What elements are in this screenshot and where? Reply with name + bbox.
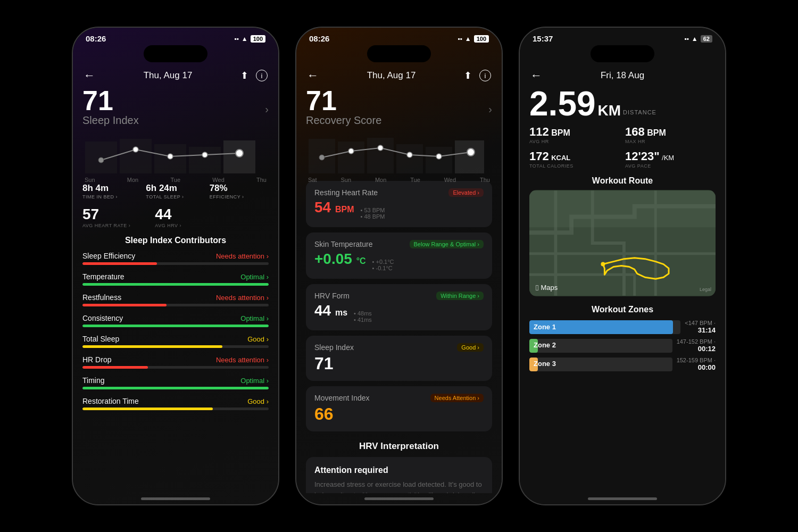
card-skin-temp-title: Skin Temperature [314,240,372,248]
contributor-restfulness[interactable]: Restfulness Needs attention › [82,293,269,306]
contributor-status-6: Optimal › [240,377,269,385]
phone-1: 08:26 ▪▪ ▲ 100 ← Thu, Aug 17 ⬆ i 71 [72,27,279,505]
workout-dist-num: 2.59 [529,87,596,121]
zone-3-info: 152-159 BPM · 00:00 [677,357,716,371]
contributor-timing[interactable]: Timing Optimal › [82,376,269,389]
svg-point-18 [378,145,383,151]
upload-icon-2[interactable]: ⬆ [464,70,472,81]
hrv-section-title: HRV Interpretation [306,441,492,452]
svg-rect-11 [338,142,364,173]
status-icons-1: ▪▪ ▲ 100 [234,35,265,43]
maps-text: Maps [541,284,558,292]
zone-1-info: <147 BPM · 31:14 [685,320,716,334]
contributor-consistency[interactable]: Consistency Optimal › [82,314,269,327]
back-button-3[interactable]: ← [530,69,542,82]
contributor-status-1: Optimal › [240,273,269,281]
stat-time-in-bed[interactable]: 8h 4m TIME IN BED › [82,183,142,200]
workout-max-hr-label: MAX HR [625,139,716,144]
recovery-score-value: 71 [306,87,381,114]
status-bar-1: 08:26 ▪▪ ▲ 100 [73,28,278,45]
zone-2-time: 00:12 [677,345,716,353]
back-button-1[interactable]: ← [84,69,95,82]
workout-calories-label: TOTAL CALORIES [529,163,620,169]
score-chevron[interactable]: › [265,103,269,115]
zone-2-info: 147-152 BPM · 00:12 [677,338,716,353]
chart-day-sun: Sun [85,177,95,183]
card-hrv-form-title: HRV Form [314,292,350,300]
workout-avg-hr-label: AVG HR [529,139,620,144]
zone-1-time: 31:14 [685,326,716,334]
workout-avg-hr-unit: BPM [551,128,570,137]
wifi-icon-3: ▲ [692,35,698,43]
chart-labels-2: Sat Sun Mon Tue Wed Thu [306,177,492,183]
card-hrv-form[interactable]: HRV Form Within Range › 44 ms • 48ms • 4… [306,284,492,330]
info-icon-2[interactable]: i [479,70,491,81]
wifi-icon-2: ▲ [465,35,471,43]
recovery-chart: Sat Sun Mon Tue Wed Thu [306,136,492,179]
zone-row-1: Zone 1 <147 BPM · 31:14 [529,320,716,334]
contributor-temperature[interactable]: Temperature Optimal › [82,272,269,286]
contributor-sleep-efficiency[interactable]: Sleep Efficiency Needs attention › [82,252,269,265]
stat-total-sleep-label: TOTAL SLEEP › [146,194,205,200]
card-movement-index[interactable]: Movement Index Needs Attention › 66 [306,386,492,431]
recovery-chevron[interactable]: › [488,103,492,115]
hrv-attention-title: Attention required [314,466,484,475]
card-hrv-form-value: 44 ms [314,302,347,319]
status-bar-2: 08:26 ▪▪ ▲ 100 [296,28,502,45]
recovery-chart-svg [306,136,492,173]
signal-icon: ▪▪ [234,35,239,43]
stat-avg-hrv[interactable]: 44 AVG HRV › [155,206,181,228]
card-resting-hr-value: 54 BPM [314,199,354,216]
contributor-status-7: Good › [247,397,269,405]
chart-day-wed: Wed [212,177,224,183]
dynamic-island-2 [367,45,431,62]
stat-efficiency[interactable]: 78% EFFICIENCY › [210,183,269,200]
card-resting-hr[interactable]: Resting Heart Rate Elevated › 54 BPM • 5… [306,181,492,227]
nav-header-2: ← Thu, Aug 17 ⬆ i [296,62,502,87]
status-icons-3: ▪▪ ▲ 62 [684,35,712,43]
stat-avg-hr-value: 57 [82,206,130,223]
svg-point-6 [133,147,138,152]
contributor-hr-drop[interactable]: HR Drop Needs attention › [82,355,269,369]
home-indicator-2 [364,497,434,500]
zone-3-time: 00:00 [677,363,716,371]
back-button-2[interactable]: ← [307,69,319,82]
nav-header-1: ← Thu, Aug 17 ⬆ i [73,62,278,87]
info-icon-1[interactable]: i [256,70,268,81]
sleep-chart: Sun Mon Tue Wed Thu [82,136,269,179]
upload-icon-1[interactable]: ⬆ [240,70,248,81]
status-bar-3: 15:37 ▪▪ ▲ 62 [520,28,725,45]
stats-row-1: 8h 4m TIME IN BED › 6h 24m TOTAL SLEEP ›… [82,183,269,200]
contributor-name-0: Sleep Efficiency [82,252,135,260]
sleep-chart-svg [82,136,269,173]
apple-logo:  [536,283,538,292]
zone-2-bar-container: Zone 2 [529,339,672,353]
svg-point-5 [98,157,104,163]
status-time-2: 08:26 [309,34,329,43]
card-sleep-index-badge: Good › [457,343,484,352]
workout-max-hr-value: 168 [625,125,645,138]
contributor-total-sleep[interactable]: Total Sleep Good › [82,335,269,348]
workout-pace-unit: /KM [662,154,674,162]
contributor-status-2: Needs attention › [216,294,269,302]
svg-point-19 [407,152,412,157]
signal-icon-3: ▪▪ [684,35,689,43]
card-skin-temp[interactable]: Skin Temperature Below Range & Optimal ›… [306,232,492,279]
contributor-name-6: Timing [82,376,105,385]
stat-avg-hrv-label: AVG HRV › [155,223,181,228]
contributor-restoration-time[interactable]: Restoration Time Good › [82,397,269,410]
home-indicator-3 [588,497,657,500]
svg-point-7 [168,154,173,159]
hrv-attention-text: Increased stress or exercise load detect… [314,479,484,493]
svg-point-8 [202,152,207,157]
stat-total-sleep[interactable]: 6h 24m TOTAL SLEEP › [146,183,205,200]
zone-3-bpm: 152-159 BPM · [677,357,716,363]
battery-icon-3: 62 [701,35,712,43]
nav-title-2: Thu, Aug 17 [367,70,416,81]
stat-avg-hr[interactable]: 57 AVG HEART RATE › [82,206,130,228]
zone-3-label: Zone 3 [534,360,556,368]
status-time-3: 15:37 [533,34,553,43]
card-sleep-index[interactable]: Sleep Index Good › 71 [306,336,492,381]
svg-rect-14 [426,147,452,173]
svg-point-21 [467,148,475,156]
